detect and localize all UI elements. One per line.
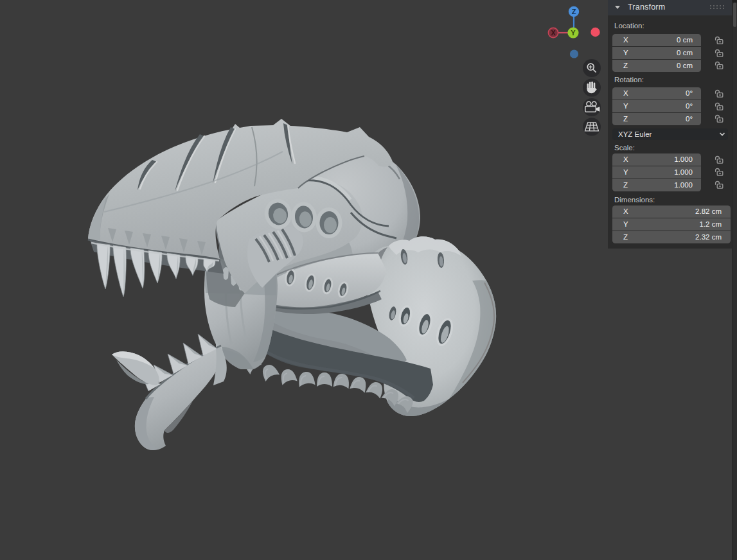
svg-text:Y: Y: [571, 29, 576, 37]
svg-text:Z: Z: [572, 8, 576, 15]
svg-text:X: X: [551, 29, 555, 37]
